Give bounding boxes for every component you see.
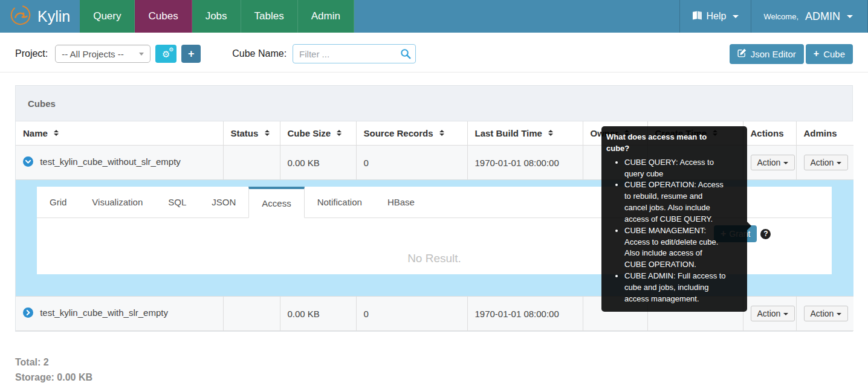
username: ADMIN xyxy=(805,10,840,23)
tab-grid[interactable]: Grid xyxy=(37,187,79,217)
chevron-down-circle-icon[interactable] xyxy=(23,158,36,169)
pencil-square-icon xyxy=(737,48,747,59)
panel-title: Cubes xyxy=(16,86,852,121)
project-select[interactable]: -- All Projects -- xyxy=(55,45,151,63)
actions-cell: Action xyxy=(743,297,796,331)
column-header-name[interactable]: Name xyxy=(16,121,223,146)
source-records-cell: 0 xyxy=(356,146,467,180)
json-editor-button[interactable]: Json Editor xyxy=(730,44,804,64)
brand-title: Kylin xyxy=(37,8,70,25)
sort-icon xyxy=(265,130,270,136)
action-dropdown-button[interactable]: Action xyxy=(751,155,795,170)
access-help-tooltip: What does access mean to cube? CUBE QUER… xyxy=(601,126,747,312)
nav-item-query[interactable]: Query xyxy=(80,0,135,33)
caret-down-icon xyxy=(837,162,841,164)
tab-visualization[interactable]: Visualization xyxy=(79,187,155,217)
nav-item-admin[interactable]: Admin xyxy=(298,0,354,33)
caret-down-icon xyxy=(783,313,788,315)
tab-hbase[interactable]: HBase xyxy=(375,187,427,217)
tooltip-item: CUBE OPERATION: Access to rebuild, resum… xyxy=(624,179,726,225)
caret-down-icon xyxy=(847,15,853,18)
tooltip-title: What does access mean to cube? xyxy=(606,132,721,155)
help-label: Help xyxy=(707,11,727,22)
cube-filter-input[interactable] xyxy=(293,44,416,63)
admin-action-dropdown-button[interactable]: Action xyxy=(804,155,849,170)
cube-name-label: Cube Name: xyxy=(232,48,287,59)
sort-icon xyxy=(54,130,59,136)
storage-total: Storage: 0.00 KB xyxy=(15,370,853,383)
column-header-actions: Actions xyxy=(743,121,796,146)
tab-sql[interactable]: SQL xyxy=(155,187,199,217)
toolbar: Project: -- All Projects -- ⚙ ⚙ + Cube N… xyxy=(15,44,853,63)
cube-name-cell[interactable]: test_kylin_cube_without_slr_empty xyxy=(16,146,223,180)
tab-access[interactable]: Access xyxy=(248,187,304,218)
top-navbar: Kylin Query Cubes Jobs Tables Admin Help… xyxy=(0,0,868,33)
chevron-right-circle-icon[interactable] xyxy=(23,309,36,320)
summary-footer: Total: 2 Storage: 0.00 KB xyxy=(15,355,853,383)
actions-cell: Action xyxy=(743,146,796,180)
sort-icon xyxy=(337,130,342,136)
total-count: Total: 2 xyxy=(15,355,853,370)
status-cell xyxy=(223,146,280,180)
action-dropdown-button[interactable]: Action xyxy=(751,306,795,321)
sort-icon xyxy=(548,130,553,136)
new-cube-label: Cube xyxy=(823,49,845,59)
project-settings-button[interactable]: ⚙ ⚙ xyxy=(155,45,177,63)
tooltip-item: CUBE MANAGEMENT: Access to edit/delete c… xyxy=(624,225,726,271)
project-label: Project: xyxy=(15,48,48,59)
help-dropdown[interactable]: Help xyxy=(679,0,751,33)
project-select-value: -- All Projects -- xyxy=(62,49,124,59)
tooltip-item: CUBE ADMIN: Full access to cube and jobs… xyxy=(624,271,726,305)
gear-small-icon: ⚙ xyxy=(169,47,173,53)
tooltip-arrow xyxy=(747,222,751,230)
new-cube-button[interactable]: + Cube xyxy=(806,44,853,64)
column-header-source-records[interactable]: Source Records xyxy=(356,121,467,146)
column-header-cube-size[interactable]: Cube Size xyxy=(280,121,356,146)
welcome-prefix: Welcome, xyxy=(763,12,798,21)
json-editor-label: Json Editor xyxy=(751,49,796,59)
caret-down-icon xyxy=(783,162,788,164)
cube-name-cell[interactable]: test_kylin_cube_with_slr_empty xyxy=(16,297,223,331)
sort-icon xyxy=(439,130,444,136)
question-circle-icon[interactable]: ? xyxy=(760,229,771,239)
user-menu[interactable]: Welcome, ADMIN xyxy=(751,0,868,33)
plus-icon: + xyxy=(814,48,819,59)
cube-size-cell: 0.00 KB xyxy=(280,146,356,180)
tab-json[interactable]: JSON xyxy=(199,187,248,217)
cube-name: test_kylin_cube_with_slr_empty xyxy=(40,307,168,318)
tooltip-list: CUBE QUERY: Access to query cube CUBE OP… xyxy=(606,157,742,305)
nav-item-jobs[interactable]: Jobs xyxy=(192,0,241,33)
column-header-status[interactable]: Status xyxy=(223,121,280,146)
nav-item-tables[interactable]: Tables xyxy=(241,0,298,33)
add-project-button[interactable]: + xyxy=(181,45,201,63)
kylin-logo-icon xyxy=(8,3,33,30)
caret-down-icon xyxy=(139,53,144,56)
tooltip-item: CUBE QUERY: Access to query cube xyxy=(624,157,726,180)
nav-item-cubes[interactable]: Cubes xyxy=(135,0,192,33)
admins-cell: Action xyxy=(796,146,853,180)
caret-down-icon xyxy=(837,313,841,315)
toolbar-divider xyxy=(0,72,868,72)
search-icon[interactable] xyxy=(400,48,411,62)
column-header-admins: Admins xyxy=(796,121,853,146)
plus-icon: + xyxy=(188,48,195,60)
main-nav: Query Cubes Jobs Tables Admin xyxy=(80,0,354,33)
last-build-time-cell: 1970-01-01 08:00:00 xyxy=(467,146,583,180)
source-records-cell: 0 xyxy=(356,297,467,331)
last-build-time-cell: 1970-01-01 08:00:00 xyxy=(467,297,583,331)
book-icon xyxy=(692,11,702,22)
admin-action-dropdown-button[interactable]: Action xyxy=(804,306,849,321)
status-cell xyxy=(223,297,280,331)
cube-size-cell: 0.00 KB xyxy=(280,297,356,331)
column-header-last-build-time[interactable]: Last Build Time xyxy=(467,121,583,146)
caret-down-icon xyxy=(733,15,739,18)
cube-name: test_kylin_cube_without_slr_empty xyxy=(40,156,181,167)
tab-notification[interactable]: Notification xyxy=(305,187,375,217)
admins-cell: Action xyxy=(796,297,853,331)
kylin-brand[interactable]: Kylin xyxy=(0,0,80,33)
